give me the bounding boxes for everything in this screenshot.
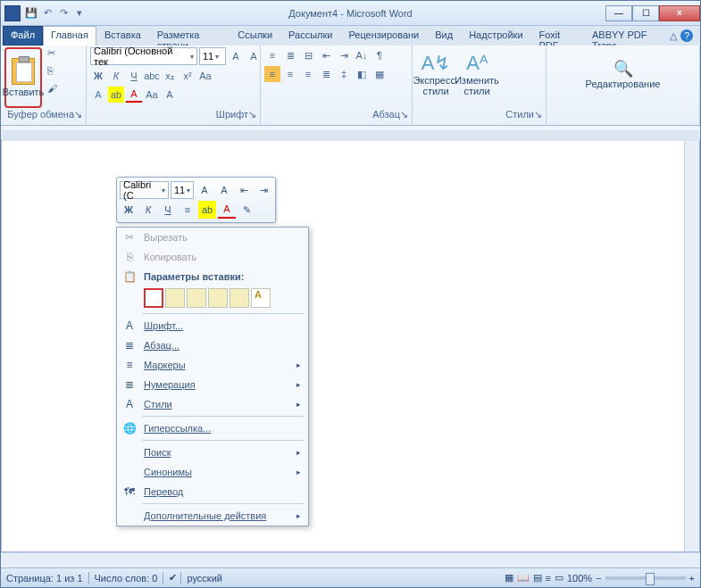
minimize-ribbon-icon[interactable]: △	[670, 30, 677, 42]
tab-home[interactable]: Главная	[43, 26, 96, 46]
char-border-icon[interactable]: A	[162, 87, 178, 103]
paste-picture-icon[interactable]	[208, 288, 228, 308]
font-name-combo[interactable]: Calibri (Основной тек	[90, 47, 197, 65]
decrease-indent-icon[interactable]: ⇤	[318, 47, 334, 63]
align-center-icon[interactable]: ≡	[282, 66, 298, 82]
help-icon[interactable]: ?	[680, 29, 693, 42]
mini-font-combo[interactable]: Calibri (С	[120, 181, 169, 199]
ctx-search[interactable]: Поиск	[117, 443, 308, 462]
status-page[interactable]: Страница: 1 из 1	[6, 573, 83, 584]
view-draft-icon[interactable]: ▭	[555, 572, 563, 584]
dialog-launcher-icon[interactable]: ↘	[248, 109, 256, 120]
status-word-count[interactable]: Число слов: 0	[95, 573, 158, 584]
mini-italic-icon[interactable]: К	[139, 201, 157, 219]
mini-font-color-icon[interactable]: A	[218, 201, 236, 219]
maximize-button[interactable]: ☐	[632, 5, 659, 21]
bold-icon[interactable]: Ж	[90, 68, 106, 84]
paste-keep-source-icon[interactable]	[144, 288, 163, 308]
highlight-icon[interactable]: ab	[108, 87, 124, 103]
font-size-combo[interactable]: 11	[199, 47, 226, 65]
paste-merge-icon[interactable]	[165, 288, 185, 308]
view-web-icon[interactable]: ▤	[533, 572, 542, 584]
zoom-level[interactable]: 100%	[567, 573, 592, 584]
tab-abbyy[interactable]: ABBYY PDF Trans	[584, 26, 670, 46]
view-read-icon[interactable]: 📖	[517, 572, 530, 584]
tab-insert[interactable]: Вставка	[96, 26, 149, 46]
paste-use-dest-icon[interactable]	[187, 288, 206, 308]
ctx-translate[interactable]: 🗺Перевод	[117, 482, 308, 501]
editing-button[interactable]: 🔍 Редактирование	[604, 47, 643, 101]
zoom-slider[interactable]	[605, 576, 686, 580]
ctx-extra-actions[interactable]: Дополнительные действия	[117, 506, 308, 526]
align-left-icon[interactable]: ≡	[264, 66, 280, 82]
subscript-icon[interactable]: x₂	[162, 68, 178, 84]
borders-icon[interactable]: ▦	[371, 66, 388, 82]
grow-font-icon[interactable]: A	[228, 48, 244, 64]
text-effects-icon[interactable]: A	[90, 87, 106, 103]
change-styles-button[interactable]: Aᴬ Изменить стили	[457, 47, 497, 101]
numbering-icon[interactable]: ≣	[282, 47, 298, 63]
tab-addins[interactable]: Надстройки	[461, 26, 530, 46]
document-area[interactable]: Calibri (С 11 A A ⇤ ⇥ Ж К Ч ≡ ab A ✎ ✂Вы…	[1, 140, 700, 552]
redo-icon[interactable]: ↷	[56, 6, 71, 21]
format-painter-icon[interactable]: 🖌	[47, 83, 63, 99]
italic-icon[interactable]: К	[108, 68, 124, 84]
mini-highlight-icon[interactable]: ab	[198, 201, 216, 219]
multilevel-icon[interactable]: ⊟	[300, 47, 316, 63]
mini-shrink-icon[interactable]: A	[215, 181, 233, 199]
tab-references[interactable]: Ссылки	[229, 26, 280, 46]
clear-format-icon[interactable]: Aa	[144, 87, 160, 103]
zoom-out-icon[interactable]: −	[596, 573, 601, 584]
line-spacing-icon[interactable]: ‡	[336, 66, 352, 82]
qa-dropdown-icon[interactable]: ▾	[72, 6, 87, 21]
ctx-bullets[interactable]: ≡Маркеры	[117, 355, 308, 375]
mini-size-combo[interactable]: 11	[171, 181, 194, 199]
tab-file[interactable]: Файл	[3, 26, 43, 46]
view-outline-icon[interactable]: ≡	[546, 573, 551, 584]
shrink-font-icon[interactable]: A	[246, 48, 262, 64]
change-case-icon[interactable]: Aa	[197, 68, 213, 84]
mini-center-icon[interactable]: ≡	[179, 201, 196, 219]
shading-icon[interactable]: ◧	[354, 66, 370, 82]
align-right-icon[interactable]: ≡	[300, 66, 316, 82]
undo-icon[interactable]: ↶	[40, 6, 54, 21]
justify-icon[interactable]: ≣	[318, 66, 334, 82]
view-print-icon[interactable]: ▦	[505, 572, 513, 584]
tab-mailings[interactable]: Рассылки	[280, 26, 340, 46]
paste-keep-text-icon[interactable]	[229, 288, 249, 308]
mini-underline-icon[interactable]: Ч	[159, 201, 177, 219]
underline-icon[interactable]: Ч	[126, 68, 142, 84]
tab-foxit[interactable]: Foxit PDF	[531, 26, 584, 46]
dialog-launcher-icon[interactable]: ↘	[400, 109, 408, 120]
superscript-icon[interactable]: x²	[179, 68, 196, 84]
horizontal-scrollbar[interactable]	[1, 552, 700, 567]
tab-review[interactable]: Рецензировани	[340, 26, 427, 46]
increase-indent-icon[interactable]: ⇥	[336, 47, 352, 63]
ctx-styles[interactable]: AСтили	[117, 394, 308, 414]
bullets-icon[interactable]: ≡	[264, 47, 280, 63]
ctx-synonyms[interactable]: Синонимы	[117, 462, 308, 482]
paste-button[interactable]: Вставить	[4, 47, 42, 108]
status-language[interactable]: русский	[187, 573, 221, 584]
express-styles-button[interactable]: A↯ Экспресс-стили	[416, 47, 455, 101]
vertical-scrollbar[interactable]	[684, 141, 699, 551]
close-button[interactable]: ×	[659, 5, 700, 21]
zoom-in-icon[interactable]: +	[689, 573, 695, 584]
ctx-paragraph[interactable]: ≣Абзац...	[117, 335, 308, 355]
sort-icon[interactable]: A↓	[354, 47, 370, 63]
mini-inc-indent-icon[interactable]: ⇥	[255, 181, 272, 199]
dialog-launcher-icon[interactable]: ↘	[534, 109, 542, 120]
paste-default-icon[interactable]: A	[251, 288, 271, 308]
tab-layout[interactable]: Разметка страни	[149, 26, 230, 46]
cut-icon[interactable]: ✂	[47, 47, 63, 63]
mini-dec-indent-icon[interactable]: ⇤	[235, 181, 253, 199]
ctx-hyperlink[interactable]: 🌐Гиперссылка...	[117, 418, 308, 438]
strikethrough-icon[interactable]: abc	[144, 68, 160, 84]
save-icon[interactable]: 💾	[24, 6, 38, 21]
ctx-numbering[interactable]: ≣Нумерация	[117, 375, 308, 394]
mini-format-painter-icon[interactable]: ✎	[238, 201, 255, 219]
ctx-font[interactable]: AШрифт...	[117, 316, 308, 335]
tab-view[interactable]: Вид	[427, 26, 461, 46]
minimize-button[interactable]: —	[605, 5, 632, 21]
dialog-launcher-icon[interactable]: ↘	[74, 109, 82, 120]
